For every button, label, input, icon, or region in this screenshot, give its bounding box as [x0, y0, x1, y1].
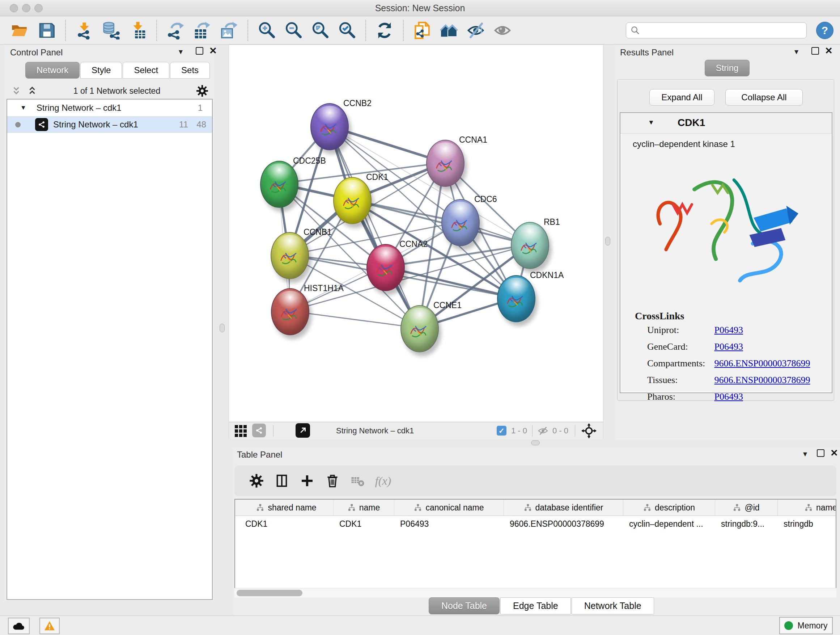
hide-selected-button[interactable] — [466, 20, 486, 41]
network-overview-icon[interactable] — [252, 424, 266, 437]
automation-status-button[interactable] — [8, 618, 30, 634]
import-network-database-button[interactable] — [101, 20, 121, 41]
tab-style[interactable]: Style — [80, 62, 122, 79]
save-session-button[interactable] — [36, 20, 57, 41]
column-header[interactable]: name — [333, 500, 394, 516]
tab-edge-table[interactable]: Edge Table — [500, 597, 571, 614]
genecard-link[interactable]: P06493 — [714, 341, 743, 352]
entry-collapse-icon[interactable]: ▼ — [648, 119, 654, 126]
function-builder-button[interactable]: f(x) — [374, 472, 392, 489]
toolbar-separator — [532, 425, 532, 437]
protein-thumbnail-icon — [317, 117, 341, 139]
show-all-networks-button[interactable] — [439, 20, 459, 41]
column-header[interactable]: namespace — [778, 500, 836, 516]
houses-icon — [440, 21, 458, 40]
network-node-ccne1[interactable] — [401, 305, 439, 352]
uniprot-link[interactable]: P06493 — [714, 325, 743, 335]
column-header[interactable]: @id — [715, 500, 778, 516]
collapse-all-chevron-icon[interactable] — [11, 86, 22, 96]
copy-network-button[interactable] — [412, 20, 432, 41]
panel-close-icon[interactable]: ✕ — [825, 45, 833, 57]
zoom-in-button[interactable] — [256, 20, 277, 41]
column-header[interactable]: canonical name — [394, 500, 504, 516]
tab-string[interactable]: String — [705, 60, 750, 76]
import-network-file-button[interactable] — [74, 20, 95, 41]
network-node-cdk1[interactable] — [333, 177, 371, 224]
network-node-ccna2[interactable] — [366, 244, 405, 291]
help-button[interactable]: ? — [816, 22, 834, 39]
network-node-cdc6[interactable] — [441, 199, 480, 246]
delete-column-button[interactable] — [324, 472, 341, 489]
scrollbar-thumb[interactable] — [237, 590, 302, 596]
network-node-ccna1[interactable] — [426, 140, 464, 187]
toolbar-separator — [575, 425, 575, 437]
grid-view-icon[interactable] — [235, 425, 247, 437]
table-settings-button[interactable] — [248, 472, 265, 489]
show-eye-button[interactable] — [493, 20, 513, 41]
panel-menu-icon[interactable]: ▾ — [179, 48, 183, 56]
column-header[interactable]: description — [623, 500, 715, 516]
network-node-cdc25b[interactable] — [260, 161, 298, 208]
network-canvas[interactable]: CCNB2 CCNA1 CDC25B CDK1 — [229, 45, 604, 422]
control-panel: Control Panel ▾ ✕ NetworkStyleSelectSets… — [4, 44, 214, 601]
delete-table-button[interactable] — [349, 472, 366, 489]
gear-icon[interactable] — [196, 85, 208, 97]
open-session-button[interactable] — [10, 20, 30, 41]
selected-checkbox[interactable]: ✓ — [497, 426, 507, 435]
refresh-button[interactable] — [374, 20, 395, 41]
zoom-selected-button[interactable] — [337, 20, 357, 41]
compartments-link[interactable]: 9606.ENSP00000378699 — [714, 358, 810, 369]
zoom-fit-button[interactable] — [310, 20, 330, 41]
cell-name: CDK1 — [333, 516, 394, 532]
export-image-button[interactable] — [219, 20, 239, 41]
column-header[interactable]: shared name — [240, 500, 333, 516]
tab-select[interactable]: Select — [123, 62, 169, 79]
panel-close-icon[interactable]: ✕ — [830, 448, 838, 459]
right-splitter-handle[interactable] — [605, 237, 610, 245]
zoom-out-button[interactable] — [283, 20, 303, 41]
birds-eye-icon[interactable] — [581, 423, 597, 439]
export-network-button[interactable] — [165, 20, 186, 41]
tab-network[interactable]: Network — [25, 62, 80, 79]
tab-sets[interactable]: Sets — [170, 62, 210, 79]
network-row[interactable]: String Network – cdk1 11 48 — [7, 116, 212, 133]
panel-float-icon[interactable] — [196, 47, 203, 55]
protein-thumbnail-icon — [267, 174, 291, 197]
collapse-all-button[interactable]: Collapse All — [725, 89, 803, 106]
collection-expand-icon[interactable]: ▼ — [20, 104, 27, 111]
network-node-ccnb1[interactable] — [271, 232, 309, 279]
panel-menu-icon[interactable]: ▾ — [794, 48, 798, 56]
tab-network-table[interactable]: Network Table — [572, 597, 654, 614]
tissues-link[interactable]: 9606.ENSP00000378699 — [714, 375, 810, 385]
network-node-cdkn1a[interactable] — [497, 275, 535, 322]
network-node-rb1[interactable] — [511, 222, 549, 269]
network-edge[interactable] — [329, 126, 419, 328]
column-header[interactable]: database identifier — [504, 500, 623, 516]
import-table-file-button[interactable] — [128, 20, 148, 41]
panel-float-icon[interactable] — [812, 47, 819, 55]
table-row[interactable]: CDK1 CDK1 P06493 9606.ENSP00000378699 cy… — [235, 516, 836, 532]
tab-node-table[interactable]: Node Table — [429, 597, 500, 614]
network-node-hist1h1a[interactable] — [271, 288, 309, 335]
search-input[interactable] — [640, 25, 801, 35]
export-table-button[interactable] — [192, 20, 212, 41]
table-horizontal-scrollbar[interactable] — [234, 588, 836, 597]
node-entry-header[interactable]: ▼ CDK1 — [621, 113, 832, 134]
expand-all-chevron-icon[interactable] — [27, 86, 38, 96]
warnings-button[interactable] — [39, 618, 60, 634]
pharos-link[interactable]: P06493 — [714, 391, 743, 402]
panel-menu-icon[interactable]: ▾ — [803, 450, 807, 458]
detach-view-icon[interactable] — [295, 423, 310, 438]
refresh-icon — [376, 21, 393, 40]
panel-float-icon[interactable] — [817, 449, 824, 457]
memory-button[interactable]: Memory — [779, 617, 833, 634]
bottom-splitter-handle[interactable] — [531, 440, 540, 445]
panel-close-icon[interactable]: ✕ — [209, 45, 217, 57]
create-column-button[interactable] — [298, 472, 316, 489]
network-collection-row[interactable]: ▼ String Network – cdk1 1 — [7, 100, 212, 116]
toolbar-search-box[interactable] — [626, 22, 807, 38]
network-node-ccnb2[interactable] — [310, 103, 349, 150]
expand-all-button[interactable]: Expand All — [649, 89, 714, 106]
left-splitter-handle[interactable] — [219, 324, 225, 333]
show-columns-button[interactable] — [273, 472, 291, 489]
